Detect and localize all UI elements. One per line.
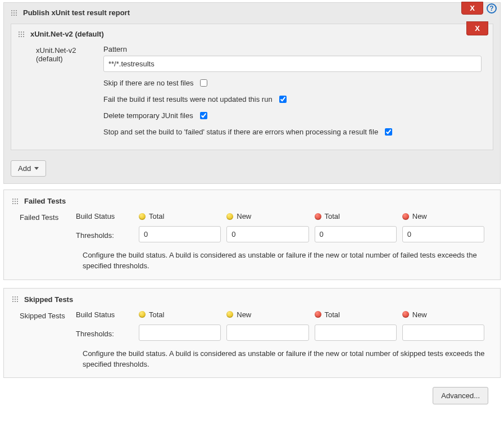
column-label: Total: [149, 212, 164, 220]
drag-handle-icon[interactable]: [12, 198, 19, 205]
failed-failure-total-input[interactable]: [315, 226, 397, 242]
failed-unstable-total-input[interactable]: [139, 226, 221, 242]
skipped-tests-side-label: Skipped Tests: [20, 310, 76, 341]
delete-publisher-button[interactable]: X: [461, 2, 483, 15]
publisher-title: Publish xUnit test result report: [23, 8, 130, 17]
failed-tests-section: Failed Tests Failed Tests Build Status T…: [3, 190, 501, 280]
skipped-tests-section: Skipped Tests Skipped Tests Build Status…: [3, 288, 501, 379]
unstable-indicator-icon: [139, 213, 146, 220]
stop-on-error-checkbox[interactable]: [385, 128, 392, 136]
advanced-button[interactable]: Advanced...: [433, 387, 488, 404]
skipped-failure-new-input[interactable]: [402, 325, 484, 341]
build-status-label: Build Status: [76, 310, 139, 319]
skip-no-test-files-label: Skip if there are no test files: [103, 79, 193, 87]
failed-unstable-new-input[interactable]: [226, 226, 308, 242]
failure-indicator-icon: [402, 311, 409, 318]
help-icon[interactable]: ?: [487, 3, 497, 13]
build-status-label: Build Status: [76, 212, 139, 220]
xunit-tool-section: X xUnit.Net-v2 (default) xUnit.Net-v2 (d…: [11, 24, 493, 150]
failed-tests-title: Failed Tests: [24, 197, 66, 205]
chevron-down-icon: [34, 167, 39, 170]
column-label: Total: [325, 310, 340, 319]
failed-tests-side-label: Failed Tests: [20, 212, 76, 242]
unstable-indicator-icon: [226, 213, 233, 220]
skip-no-test-files-checkbox[interactable]: [200, 79, 207, 87]
delete-tool-button[interactable]: X: [466, 21, 488, 35]
unstable-indicator-icon: [226, 311, 233, 318]
drag-handle-icon[interactable]: [18, 31, 25, 38]
skipped-unstable-total-input[interactable]: [139, 325, 221, 341]
column-label: New: [412, 212, 427, 220]
column-label: Total: [325, 212, 340, 220]
add-tool-label: Add: [18, 164, 31, 173]
column-label: New: [237, 212, 251, 220]
skipped-tests-title: Skipped Tests: [24, 295, 73, 304]
fail-if-not-updated-checkbox[interactable]: [279, 96, 287, 103]
publish-xunit-section: X ? Publish xUnit test result report X x…: [3, 2, 501, 184]
thresholds-label: Thresholds:: [76, 327, 139, 338]
unstable-indicator-icon: [139, 311, 146, 318]
tool-row-label: xUnit.Net-v2 (default): [36, 45, 103, 63]
delete-temp-junit-label: Delete temporary JUnit files: [103, 111, 193, 120]
skipped-unstable-new-input[interactable]: [226, 325, 308, 341]
column-label: Total: [149, 310, 164, 319]
drag-handle-icon[interactable]: [12, 296, 19, 303]
drag-handle-icon[interactable]: [11, 10, 17, 16]
add-tool-button[interactable]: Add: [11, 160, 46, 177]
fail-if-not-updated-label: Fail the build if test results were not …: [103, 95, 273, 103]
skipped-tests-description: Configure the build status. A build is c…: [4, 341, 500, 370]
column-label: New: [237, 310, 251, 319]
skipped-failure-total-input[interactable]: [315, 325, 397, 341]
delete-temp-junit-checkbox[interactable]: [200, 112, 207, 119]
stop-on-error-label: Stop and set the build to 'failed' statu…: [103, 128, 378, 136]
failure-indicator-icon: [315, 311, 321, 318]
failure-indicator-icon: [402, 213, 409, 220]
failed-tests-description: Configure the build status. A build is c…: [4, 242, 500, 272]
failure-indicator-icon: [315, 213, 321, 220]
failed-failure-new-input[interactable]: [402, 226, 484, 242]
pattern-input[interactable]: [103, 56, 482, 72]
thresholds-label: Thresholds:: [76, 229, 139, 240]
column-label: New: [412, 310, 427, 319]
tool-title: xUnit.Net-v2 (default): [30, 30, 104, 38]
pattern-label: Pattern: [103, 45, 482, 53]
